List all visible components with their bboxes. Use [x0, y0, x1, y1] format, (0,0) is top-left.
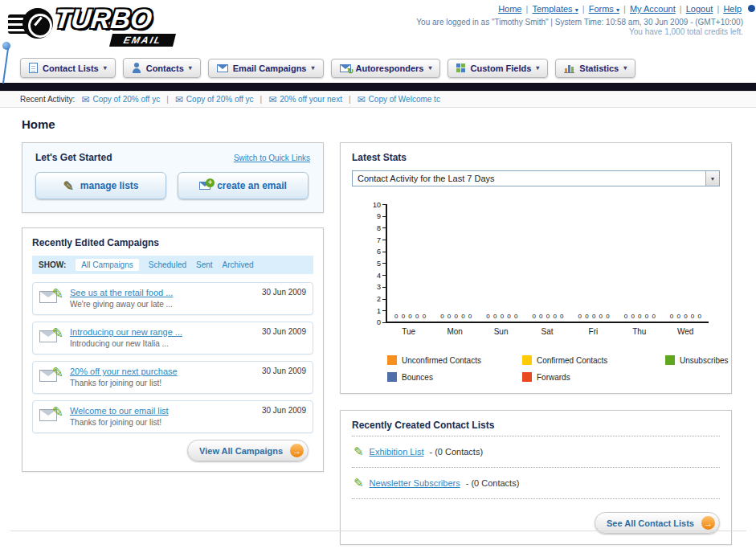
autoresponders-icon: ↻ [340, 64, 351, 72]
filter-archived[interactable]: Archived [223, 260, 254, 269]
top-nav-templates[interactable]: Templates ▾ [532, 4, 578, 14]
chart-bar-group: 0 0 0 0 0 [433, 313, 479, 322]
tab-label: Contact Lists [43, 64, 99, 73]
stats-period-value: Contact Activity for the Last 7 Days [358, 174, 495, 183]
legend-swatch [522, 372, 532, 382]
chart-x-label: Sat [524, 327, 570, 336]
envelope-plus-icon: + [199, 182, 210, 190]
filter-scheduled[interactable]: Scheduled [149, 260, 186, 269]
chart-x-label: Tue [386, 327, 431, 336]
envelope-icon: ✉ [81, 94, 89, 105]
campaign-title-link[interactable]: 20% off your next purchase [70, 367, 255, 376]
campaign-envelope-pencil-icon: ✎ [39, 406, 63, 425]
legend-label: Unconfirmed Contacts [402, 356, 481, 365]
tab-email-campaigns[interactable]: Email Campaigns ▾ [208, 59, 324, 78]
recently-edited-campaigns-panel: Recently Edited Campaigns SHOW: All Camp… [22, 227, 324, 472]
create-email-button[interactable]: + create an email [178, 172, 309, 199]
contact-list-link[interactable]: Exhibition List [370, 447, 424, 457]
view-all-campaigns-button[interactable]: View All Campaigns → [187, 440, 309, 461]
top-nav-forms[interactable]: Forms ▾ [589, 4, 619, 14]
campaign-list-item[interactable]: ✎ Introducing our new range ... Introduc… [32, 322, 313, 354]
credits-text: You have 1,000 total credits left. [629, 27, 743, 36]
legend-swatch [522, 355, 532, 365]
tab-custom-fields[interactable]: Custom Fields ▾ [447, 59, 548, 78]
top-nav-help[interactable]: Help [723, 4, 742, 14]
campaign-date: 30 Jun 2009 [262, 406, 306, 427]
activity-separator: | [260, 95, 263, 104]
pencil-icon: ✎ [63, 178, 73, 194]
top-nav-home[interactable]: Home [498, 4, 521, 14]
legend-label: Forwards [537, 373, 570, 382]
get-started-panel: Let's Get Started Switch to Quick Links … [22, 142, 324, 213]
legend-swatch [387, 355, 397, 365]
recent-activity-item[interactable]: ✉ 20% off your next [268, 94, 342, 105]
recent-activity-item[interactable]: ✉ Copy of Welcome tc [358, 94, 440, 105]
legend-swatch [665, 355, 675, 365]
tab-contact-lists[interactable]: Contact Lists ▾ [20, 58, 116, 78]
legend-swatch [387, 372, 397, 382]
tab-autoresponders[interactable]: ↻ Autoresponders ▾ [331, 59, 441, 78]
recent-activity-item[interactable]: ✉ Copy of 20% off yc [175, 94, 254, 105]
legend-label: Confirmed Contacts [537, 356, 607, 365]
contact-list-item[interactable]: ✎ Newsletter Subscribers - (0 Contacts) [352, 467, 720, 499]
chevron-down-icon: ▾ [428, 64, 431, 72]
tab-label: Custom Fields [470, 64, 531, 73]
chart-bar-group: 0 0 0 0 0 [571, 313, 617, 322]
contact-list-item[interactable]: ✎ Exhibition List - (0 Contacts) [352, 436, 720, 467]
chevron-down-icon: ▾ [623, 64, 627, 72]
top-nav-my-account[interactable]: My Account [630, 4, 676, 14]
main-content: Home Let's Get Started Switch to Quick L… [0, 108, 756, 545]
chevron-down-icon: ▾ [189, 64, 192, 72]
recent-activity-item[interactable]: ✉ Copy of 20% off yc [81, 94, 160, 105]
campaign-envelope-pencil-icon: ✎ [39, 327, 63, 346]
contact-list-count: - (0 Contacts) [429, 447, 483, 457]
tab-contacts[interactable]: Contacts ▾ [123, 58, 201, 78]
legend-label: Bounces [402, 373, 433, 382]
turbo-email-app: TURBO EMAIL Home | Templates ▾ | Forms ▾… [0, 0, 756, 549]
campaign-title-link[interactable]: Introducing our new range ... [70, 327, 255, 337]
switch-quick-links-link[interactable]: Switch to Quick Links [234, 154, 310, 162]
campaign-list-item[interactable]: ✎ Welcome to our email list Thanks for j… [32, 400, 313, 433]
campaign-subtitle: We're giving away our late ... [70, 300, 255, 309]
latest-stats-panel: Latest Stats Contact Activity for the La… [340, 142, 732, 394]
nav-separator: | [717, 4, 719, 14]
campaign-list-item[interactable]: ✎ See us at the retail food ... We're gi… [32, 282, 313, 315]
tab-label: Statistics [579, 64, 619, 73]
contact-activity-chart: 109876543210 0 0 0 0 00 0 0 0 00 0 0 0 0… [363, 204, 720, 382]
chart-bar-group: 0 0 0 0 0 [387, 313, 433, 322]
tab-statistics[interactable]: Statistics ▾ [555, 59, 635, 78]
contact-list-link[interactable]: Newsletter Subscribers [370, 478, 460, 488]
legend-label: Unsubscribes [680, 356, 729, 365]
legend-item: Unsubscribes [665, 355, 756, 365]
logo-speedometer-icon [22, 8, 53, 39]
campaigns-filter-bar: SHOW: All Campaigns Scheduled Sent Archi… [32, 256, 313, 274]
chart-legend: Unconfirmed ContactsConfirmed ContactsUn… [387, 355, 720, 382]
stats-period-select[interactable]: Contact Activity for the Last 7 Days ▼ [352, 170, 720, 186]
refresh-icon: ↻ [347, 67, 353, 76]
statistics-icon [564, 64, 574, 73]
email-campaigns-icon [217, 64, 228, 72]
campaign-list: ✎ See us at the retail food ... We're gi… [32, 282, 313, 433]
top-nav-logout[interactable]: Logout [686, 4, 713, 14]
turbo-email-logo[interactable]: TURBO EMAIL [8, 3, 225, 48]
chart-x-label: Sun [478, 327, 524, 336]
campaign-envelope-pencil-icon: ✎ [39, 367, 63, 386]
logo-secondary-text: EMAIL [109, 34, 176, 47]
campaign-title-link[interactable]: See us at the retail food ... [70, 288, 255, 297]
nav-divider-bar [0, 83, 756, 91]
page-title: Home [22, 117, 744, 131]
chart-bar-group: 0 0 0 0 0 [525, 313, 570, 322]
filter-all-campaigns[interactable]: All Campaigns [76, 259, 138, 271]
recent-activity-label: Recent Activity: [20, 95, 75, 104]
manage-lists-button[interactable]: ✎ manage lists [35, 172, 166, 199]
filter-sent[interactable]: Sent [196, 260, 213, 269]
contact-list-count: - (0 Contacts) [466, 478, 520, 488]
campaigns-panel-title: Recently Edited Campaigns [32, 237, 313, 248]
campaign-title-link[interactable]: Welcome to our email list [70, 406, 255, 416]
legend-item: Bounces [387, 372, 522, 382]
campaign-list-item[interactable]: ✎ 20% off your next purchase Thanks for … [32, 361, 313, 394]
campaign-subtitle: Introducing our new Italia ... [70, 339, 255, 348]
envelope-icon: ✉ [268, 94, 276, 105]
contacts-icon [132, 63, 141, 73]
chart-bar-group: 0 0 0 0 0 [479, 313, 525, 322]
